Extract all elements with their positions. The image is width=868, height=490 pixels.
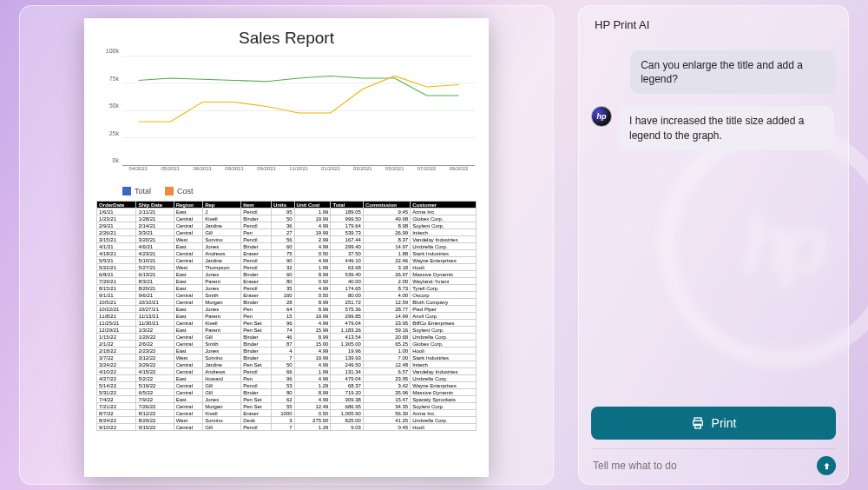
cell: 49.98 [363,215,410,222]
cell: 19.96 [331,348,364,354]
chat-messages: Can you enlarge the title and add a lege… [591,50,836,407]
cell: Central [174,424,203,431]
cell: 55 [272,403,294,410]
cell: Pencil [241,285,272,292]
send-button[interactable] [817,456,836,475]
cell: East [174,278,203,285]
cell: 167.44 [331,236,364,243]
cell: 32 [272,264,294,271]
legend-total-label: Total [135,187,151,195]
cell: Eraser [241,250,272,257]
cell: 0.50 [294,250,331,257]
table-row: 7/29/218/3/21EastParentEraser800.5040.00… [97,278,477,285]
cell: Umbrella Corp. [411,375,477,382]
cell: Pied Piper [411,306,477,313]
cell: 64 [272,306,294,313]
print-button[interactable]: Print [591,407,836,440]
cell: Central [174,334,203,341]
cell: 309.38 [331,396,364,403]
cell: Kivell [203,215,241,222]
cell: 2.00 [363,278,410,285]
cell: 3.42 [363,382,410,389]
cell: 2/6/22 [136,341,174,348]
cell: Central [174,320,203,327]
cell: 2.99 [294,236,331,243]
cell: 825.00 [331,417,364,424]
print-icon [691,416,705,430]
cell: 7/21/22 [97,403,136,410]
cell: Gill [203,229,241,236]
cell: 75 [272,250,294,257]
cell: 299.40 [331,243,364,250]
table-row: 9/10/229/15/22CentralGillPencil71.299.03… [97,424,477,431]
cell: 1/3/22 [136,327,174,334]
chat-input[interactable] [591,456,810,475]
table-row: 12/29/211/3/22EastParentPen Set7415.991,… [97,327,477,334]
cell: 10/5/21 [97,299,136,306]
cell: 7 [272,354,294,361]
cell: 189.05 [331,209,364,215]
cell: 63.68 [331,264,364,271]
cell: 6.57 [363,368,410,375]
cell: Binder [241,271,272,278]
cell: 8.99 [294,334,331,341]
cell: Stark Industries [411,354,477,361]
cell: 46 [272,334,294,341]
cell: 4/10/22 [97,368,136,375]
chat-title: HP Print AI [591,18,836,31]
cell: 3/24/22 [97,361,136,368]
cell: Smith [203,292,241,299]
x-tick: 08/2021 [225,166,244,183]
cell: Stark Industries [411,250,477,257]
cell: Gill [203,389,241,396]
cell: 8.99 [294,271,331,278]
cell: 90 [272,257,294,264]
cell: 4.99 [294,348,331,354]
x-tick: 09/2022 [450,166,469,183]
sales-table: OrderDateShip DateRegionRepItemUnitsUnit… [96,201,477,431]
cell: 87 [272,341,294,348]
cell: Pencil [241,424,272,431]
cell: Bluth Company [411,299,477,306]
cell: Desk [241,417,272,424]
cell: 19.99 [294,215,331,222]
table-row: 9/1/219/6/21CentralSmithEraser1600.5080.… [97,292,477,299]
cell: Spacely Sprockets [411,396,477,403]
cell: Pen Set [241,320,272,327]
col-header: OrderDate [97,202,136,209]
cell: 7/26/22 [136,403,174,410]
cell: 1.29 [294,382,331,389]
cell: Pen [241,313,272,320]
cell: 249.50 [331,361,364,368]
cell: 4/23/21 [136,250,174,257]
cell: 7/9/22 [136,396,174,403]
cell: 8.98 [363,222,410,229]
table-row: 1/6/211/11/21EastJPencil951.99189.059.45… [97,209,477,215]
cell: 1/11/21 [136,209,174,215]
cell: 1/15/22 [97,334,136,341]
cell: East [174,313,203,320]
table-row: 4/10/224/15/22CentralAndrewsPencil661.99… [97,368,477,375]
x-tick: 05/2021 [385,166,404,183]
cell: 539.73 [331,229,364,236]
cell: 2/18/22 [97,348,136,354]
cell: Pencil [241,209,272,215]
cell: 0.45 [363,424,410,431]
cell: 56.30 [363,410,410,417]
cell: 60 [272,271,294,278]
cell: 8/24/22 [97,417,136,424]
cell: 999.50 [331,215,364,222]
hp-avatar-icon: hp [591,106,612,127]
chat-input-row [591,448,836,475]
cell: Howard [203,375,241,382]
cell: 5/5/21 [97,257,136,264]
cell: 6/8/21 [97,271,136,278]
cell: 11/8/21 [97,313,136,320]
cell: East [174,348,203,354]
cell: 56 [272,236,294,243]
legend-cost-label: Cost [177,187,194,195]
cell: 2/14/21 [136,222,174,229]
table-row: 5/22/215/27/21WestThompsonPencil321.9963… [97,264,477,271]
cell: Pencil [241,368,272,375]
cell: Wayne Enterprises [411,382,477,389]
